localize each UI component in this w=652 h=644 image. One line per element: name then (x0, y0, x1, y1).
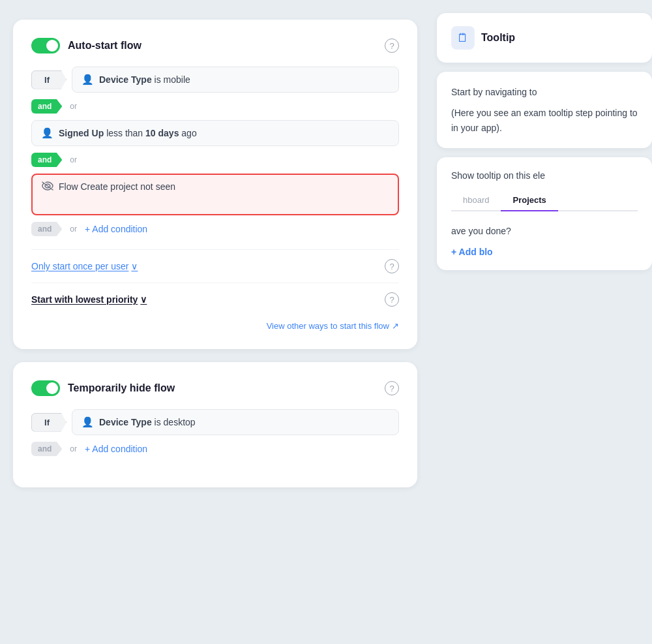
condition-row-3: Flow Create project not seen (31, 174, 399, 215)
lowest-priority-row: Start with lowest priority ∨ ? (31, 283, 399, 316)
tab-projects[interactable]: Projects (501, 190, 557, 211)
condition-pill-3-highlighted[interactable]: Flow Create project not seen (31, 174, 399, 215)
condition-2-bold2: 10 days (145, 128, 179, 138)
view-other-icon: ↗ (392, 321, 399, 331)
lowest-priority-link[interactable]: Start with lowest priority ∨ (31, 294, 147, 305)
add-condition-button[interactable]: + Add condition (85, 224, 147, 234)
condition-2-middle: less than (106, 128, 145, 138)
hide-condition-1-bold: Device Type (99, 417, 152, 427)
condition-3-bold: Create project (80, 181, 138, 192)
condition-2-text: Signed Up less than 10 days ago (59, 128, 197, 138)
right-panel: 🗒 Tooltip Start by navigating to (Here y… (430, 0, 652, 644)
user-icon-1: 👤 (82, 74, 94, 85)
eye-slash-icon (42, 181, 53, 193)
tooltip-header-card: 🗒 Tooltip (437, 13, 652, 63)
hide-and-badge[interactable]: and (31, 442, 62, 456)
left-panel: Auto-start flow ? If 👤 Device Type is mo… (0, 0, 430, 644)
tooltip-icon: 🗒 (457, 31, 469, 45)
hide-flow-text: Temporarily hide flow (68, 382, 175, 394)
hide-condition-1-verb: is (155, 417, 164, 427)
hide-condition-row-1: If 👤 Device Type is desktop (31, 409, 399, 435)
view-other-link[interactable]: View other ways to start this flow ↗ (267, 321, 399, 331)
or-badge-1[interactable]: or (66, 99, 81, 114)
tooltip-body-text-1: Start by navigating to (451, 85, 638, 99)
hide-add-condition-row: and or + Add condition (31, 442, 399, 456)
user-icon-2: 👤 (41, 127, 53, 139)
condition-2-bold: Signed Up (59, 128, 104, 138)
if-badge[interactable]: If (31, 70, 67, 89)
auto-start-help-icon[interactable]: ? (385, 38, 399, 53)
tooltip-body-text-2: (Here you see an exam tooltip step point… (451, 106, 638, 135)
condition-row-1: If 👤 Device Type is mobile (31, 67, 399, 93)
and-badge-2[interactable]: and (31, 153, 62, 167)
auto-start-text: Auto-start flow (68, 40, 141, 52)
or-badge-2[interactable]: or (66, 153, 81, 167)
condition-3-text: Flow Create project not seen (59, 181, 175, 192)
once-per-user-link[interactable]: Only start once per user ∨ (31, 261, 138, 271)
tooltip-icon-box: 🗒 (451, 26, 475, 50)
condition-3-pre: Flow (59, 181, 80, 192)
condition-1-bold: Device Type (99, 74, 152, 85)
condition-1-value: mobile (164, 74, 190, 85)
auto-start-card: Auto-start flow ? If 👤 Device Type is mo… (13, 20, 417, 349)
condition-1-text: Device Type is mobile (99, 74, 190, 85)
once-per-user-chevron: ∨ (131, 261, 138, 271)
hide-if-badge[interactable]: If (31, 413, 67, 432)
auto-start-toggle-row: Auto-start flow ? (31, 38, 399, 54)
tab-selector: hboard Projects (451, 190, 638, 211)
hide-toggle-row: Temporarily hide flow ? (31, 380, 399, 396)
condition-pill-1[interactable]: 👤 Device Type is mobile (72, 67, 399, 93)
hide-flow-card: Temporarily hide flow ? If 👤 Device Type… (13, 362, 417, 487)
hide-flow-toggle[interactable] (31, 380, 60, 396)
or-badge-3[interactable]: or (66, 222, 81, 236)
lowest-priority-help[interactable]: ? (385, 292, 399, 307)
lowest-priority-chevron: ∨ (140, 294, 147, 305)
hide-or-badge[interactable]: or (66, 442, 81, 456)
tab-dashboard[interactable]: hboard (451, 190, 501, 211)
add-block-button[interactable]: + Add blo (451, 241, 638, 257)
hide-add-condition-button[interactable]: + Add condition (85, 444, 147, 454)
tooltip-show-card: Show tooltip on this ele hboard Projects… (437, 157, 652, 270)
condition-pill-2[interactable]: 👤 Signed Up less than 10 days ago (31, 120, 399, 146)
hide-flow-help[interactable]: ? (385, 381, 399, 395)
tooltip-body-card: Start by navigating to (Here you see an … (437, 72, 652, 148)
hide-condition-pill-1[interactable]: 👤 Device Type is desktop (72, 409, 399, 435)
tooltip-show-label: Show tooltip on this ele (451, 170, 638, 181)
tooltip-header: 🗒 Tooltip (451, 26, 638, 50)
andor-row-3: and or (31, 222, 81, 236)
hide-toggle-label: Temporarily hide flow (31, 380, 175, 396)
condition-row-2: 👤 Signed Up less than 10 days ago (31, 120, 399, 146)
andor-row-2: and or (31, 153, 399, 167)
add-condition-row: and or + Add condition (31, 222, 399, 236)
view-other-row: View other ways to start this flow ↗ (31, 316, 399, 331)
and-badge-1[interactable]: and (31, 99, 62, 114)
auto-start-label: Auto-start flow (31, 38, 141, 54)
hide-condition-1-text: Device Type is desktop (99, 417, 196, 427)
auto-start-toggle[interactable] (31, 38, 60, 54)
condition-3-end: not seen (140, 181, 175, 192)
once-per-user-help[interactable]: ? (385, 259, 399, 273)
and-badge-3[interactable]: and (31, 222, 62, 236)
andor-row-1: and or (31, 99, 399, 114)
hide-andor-row: and or (31, 442, 81, 456)
once-per-user-row: Only start once per user ∨ ? (31, 249, 399, 283)
tooltip-question: ave you done? (451, 221, 638, 241)
condition-2-end: ago (181, 128, 196, 138)
hide-user-icon: 👤 (82, 416, 94, 428)
hide-condition-1-value: desktop (164, 417, 196, 427)
condition-1-verb: is (155, 74, 164, 85)
tooltip-title: Tooltip (481, 32, 515, 44)
